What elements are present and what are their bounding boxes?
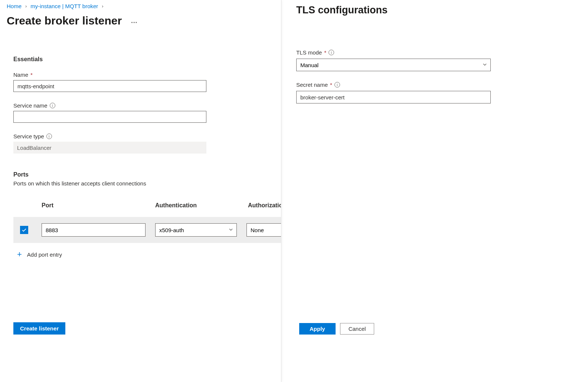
info-icon[interactable]: i — [329, 50, 334, 55]
secret-name-input[interactable] — [296, 91, 491, 103]
add-port-entry-label: Add port entry — [27, 251, 62, 258]
more-actions-icon[interactable]: … — [131, 17, 138, 25]
breadcrumb-home[interactable]: Home — [7, 3, 22, 9]
ports-section: Ports Ports on which this listener accep… — [7, 171, 281, 258]
ports-description: Ports on which this listener accepts cli… — [13, 180, 281, 187]
breadcrumb: Home › my-instance | MQTT broker › — [7, 3, 281, 9]
service-name-input[interactable] — [13, 111, 206, 123]
service-type-label: Service type i — [13, 133, 281, 139]
service-name-label: Service name i — [13, 102, 281, 109]
authorization-select[interactable] — [246, 223, 281, 237]
chevron-right-icon: › — [25, 3, 27, 9]
authentication-select[interactable] — [155, 223, 237, 237]
chevron-right-icon: › — [102, 3, 103, 9]
essentials-heading: Essentials — [13, 56, 281, 63]
port-row — [13, 217, 281, 243]
create-listener-pane: Home › my-instance | MQTT broker › Creat… — [0, 0, 281, 382]
cancel-button[interactable]: Cancel — [340, 323, 375, 335]
col-authz-header: Authorization — [248, 202, 281, 209]
secret-name-label: Secret name* i — [296, 82, 573, 88]
info-icon[interactable]: i — [46, 134, 52, 139]
essentials-section: Essentials Name* Service name i Service … — [7, 56, 281, 154]
service-type-input — [13, 142, 206, 154]
row-checkbox[interactable] — [20, 226, 28, 234]
port-input[interactable] — [42, 223, 146, 237]
add-port-entry-button[interactable]: + Add port entry — [13, 250, 281, 258]
info-icon[interactable]: i — [50, 103, 55, 108]
apply-button[interactable]: Apply — [299, 323, 336, 335]
info-icon[interactable]: i — [334, 82, 340, 88]
name-label: Name* — [13, 72, 281, 78]
check-icon — [22, 227, 27, 233]
plus-icon: + — [17, 250, 22, 258]
ports-heading: Ports — [13, 171, 281, 178]
col-auth-header: Authentication — [155, 202, 248, 209]
panel-title: TLS configurations — [296, 4, 573, 16]
tls-mode-select[interactable] — [296, 59, 491, 71]
breadcrumb-instance[interactable]: my-instance | MQTT broker — [30, 3, 98, 9]
page-title: Create broker listener — [7, 14, 122, 27]
tls-config-panel: TLS configurations TLS mode* i Secret na… — [281, 0, 588, 382]
create-listener-button[interactable]: Create listener — [13, 322, 65, 335]
ports-table: Port Authentication Authorization — [13, 202, 281, 258]
col-port-header: Port — [42, 202, 155, 209]
tls-mode-label: TLS mode* i — [296, 49, 573, 56]
name-input[interactable] — [13, 80, 206, 92]
ports-header-row: Port Authentication Authorization — [13, 202, 281, 209]
